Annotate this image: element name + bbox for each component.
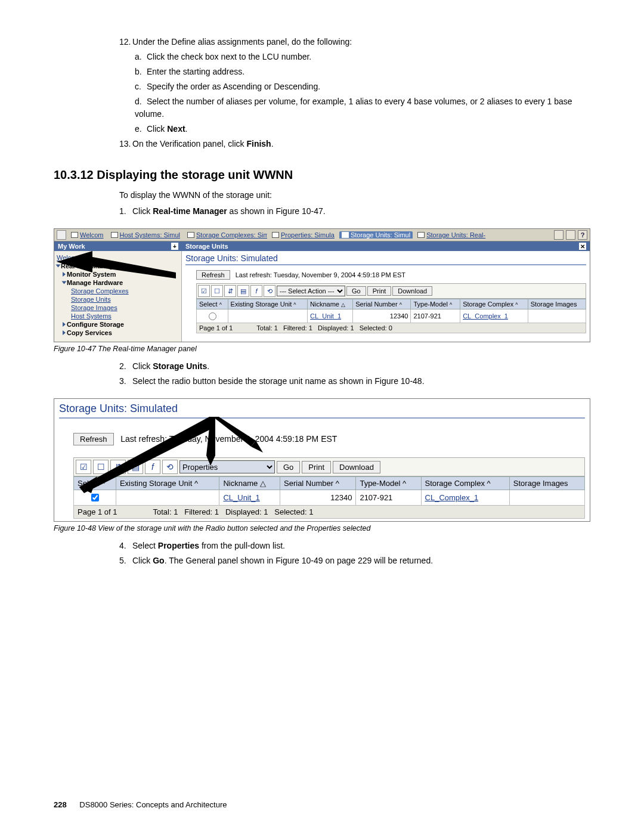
figure-10-47: Welcom Host Systems: Simul Storage Compl… (54, 228, 590, 342)
col-nickname[interactable]: Nickname △ (219, 477, 280, 490)
col-type-model[interactable]: Type-Model ^ (356, 477, 421, 490)
col-esu[interactable]: Existing Storage Unit ^ (116, 477, 219, 490)
step2-bold: Storage Units (153, 361, 207, 371)
col-nickname[interactable]: Nickname △ (308, 299, 353, 309)
toolbar-btn[interactable]: ⇵ (110, 460, 126, 474)
row-complex-link[interactable]: CL_Complex_1 (425, 493, 479, 502)
mywork-header: My Work + (54, 241, 182, 251)
tab-storage-units-simul[interactable]: Storage Units: Simul (339, 231, 413, 239)
refresh-button[interactable]: Refresh (196, 270, 230, 280)
step2-post: . (207, 361, 209, 371)
step-12e-post: . (185, 124, 188, 134)
table-footer: Page 1 of 1 Total: 1 Filtered: 1 Display… (73, 506, 585, 519)
step4-pre: Select (132, 541, 158, 550)
section-heading: 10.3.12 Displaying the storage unit WWNN (54, 168, 590, 182)
col-esu[interactable]: Existing Storage Unit ^ (228, 299, 307, 309)
table-toolbar: ☑ ☐ ⇵ ▤ f ⟲ --- Select Action --- Go Pri… (196, 283, 586, 299)
col-serial[interactable]: Serial Number ^ (280, 477, 356, 490)
row-type-model: 2107-921 (411, 309, 460, 323)
action-select[interactable]: Properties (179, 460, 275, 473)
toolbar-btn[interactable]: ☐ (93, 460, 109, 474)
step-13-post: . (271, 139, 274, 148)
tab-properties[interactable]: Properties: Simula (270, 231, 337, 239)
nav-storage-units[interactable]: Storage Units (71, 296, 111, 303)
print-button[interactable]: Print (302, 461, 331, 473)
step5-post: . The General panel shown in Figure 10-4… (165, 556, 433, 565)
help-icon[interactable]: ? (578, 230, 587, 240)
print-button[interactable]: Print (367, 286, 392, 296)
tab-storage-complexes[interactable]: Storage Complexes: Simu (185, 231, 267, 239)
expand-icon[interactable]: + (171, 243, 178, 250)
tab-storage-units-real[interactable]: Storage Units: Real- (415, 231, 488, 239)
col-select[interactable]: Select ^ (197, 299, 228, 309)
pager-page: Page 1 of 1 (78, 507, 117, 516)
col-storage-images[interactable]: Storage Images (509, 477, 584, 490)
row-serial: 12340 (353, 309, 411, 323)
row-complex-link[interactable]: CL_Complex_1 (463, 312, 508, 320)
step1-pre: Click (132, 206, 153, 216)
toolbar-btn[interactable]: ☑ (76, 460, 91, 474)
nav-storage-complexes[interactable]: Storage Complexes (71, 287, 129, 295)
step-12c: Specify the order as Ascending or Descen… (147, 82, 320, 91)
nav-monitor[interactable]: Monitor System (67, 271, 116, 278)
table-toolbar: ☑ ☐ ⇵ ▤ f ⟲ Properties Go Print Download (73, 457, 585, 476)
step5-pre: Click (132, 556, 153, 565)
step4-post: from the pull-down list. (199, 541, 285, 550)
go-button[interactable]: Go (277, 461, 300, 473)
chevron-down-icon[interactable] (56, 265, 61, 268)
go-button[interactable]: Go (346, 286, 366, 296)
col-serial[interactable]: Serial Number ^ (353, 299, 411, 309)
toolbar-btn[interactable]: f (145, 460, 160, 474)
toolbar-btn[interactable]: f (250, 285, 262, 297)
toolbar-btn[interactable]: ⟲ (162, 460, 178, 474)
row-nickname-link[interactable]: CL_Unit_1 (223, 493, 259, 502)
toolbar-btn[interactable]: ⇵ (224, 285, 236, 297)
download-button[interactable]: Download (333, 461, 380, 473)
intro-text: To display the WWNN of the storage unit: (119, 189, 590, 202)
chevron-down-icon[interactable] (62, 281, 67, 284)
chevron-right-icon[interactable] (63, 330, 66, 335)
table-row: CL_Unit_1 12340 2107-921 CL_Complex_1 (74, 490, 585, 506)
col-storage-complex[interactable]: Storage Complex ^ (421, 477, 509, 490)
nav-managehw[interactable]: Manage Hardware (67, 279, 123, 286)
col-type-model[interactable]: Type-Model ^ (411, 299, 460, 309)
nav-host-systems[interactable]: Host Systems (71, 312, 112, 320)
step-12e-bold: Next (167, 124, 185, 134)
chevron-right-icon[interactable] (63, 272, 66, 277)
toolbar-btn[interactable]: ▤ (128, 460, 143, 474)
nav-welcome[interactable]: Welcome (57, 254, 84, 261)
toolbar-btn[interactable]: ⟲ (264, 285, 275, 297)
col-storage-images[interactable]: Storage Images (528, 299, 586, 309)
panel-title: Storage Units: Simulated (185, 253, 586, 265)
nav-copy-services[interactable]: Copy Services (67, 329, 112, 336)
step-12-text: Under the Define alias assignments panel… (132, 37, 352, 47)
refresh-button[interactable]: Refresh (73, 433, 114, 445)
close-icon[interactable]: ✕ (579, 243, 586, 250)
toolbar-btn[interactable]: ☑ (198, 285, 210, 297)
tab-host-systems[interactable]: Host Systems: Simul (109, 231, 182, 239)
nav-tree: Welcome Real-time Manager Monitor System… (54, 251, 182, 342)
download-button[interactable]: Download (392, 286, 432, 296)
step-12-block: 12.Under the Define alias assignments pa… (119, 36, 590, 150)
panel-title: Storage Units: Simulated (59, 402, 585, 419)
figure-48-caption: Figure 10-48 View of the storage unit wi… (54, 524, 590, 532)
toolbar-icon[interactable] (554, 230, 564, 240)
table-row: CL_Unit_1 12340 2107-921 CL_Complex_1 (197, 309, 586, 323)
col-select[interactable]: Select ^ (74, 477, 116, 490)
toolbar-btn[interactable]: ▤ (237, 285, 249, 297)
row-type-model: 2107-921 (356, 490, 421, 506)
tab-bar: Welcom Host Systems: Simul Storage Compl… (54, 229, 590, 241)
nav-configure-storage[interactable]: Configure Storage (67, 321, 124, 328)
storage-units-header: Storage Units ✕ (182, 241, 590, 251)
row-radio[interactable] (209, 312, 216, 320)
nav-storage-images[interactable]: Storage Images (71, 304, 117, 311)
action-select[interactable]: --- Select Action --- (277, 286, 345, 296)
row-nickname-link[interactable]: CL_Unit_1 (310, 312, 341, 320)
col-storage-complex[interactable]: Storage Complex ^ (460, 299, 528, 309)
chevron-right-icon[interactable] (63, 322, 66, 327)
toolbar-icon[interactable] (566, 230, 575, 240)
tab-welcome[interactable]: Welcom (69, 231, 106, 239)
row-checkbox[interactable] (91, 494, 99, 501)
toolbar-btn[interactable]: ☐ (211, 285, 223, 297)
nav-rtm[interactable]: Real-time Manager (61, 262, 119, 270)
